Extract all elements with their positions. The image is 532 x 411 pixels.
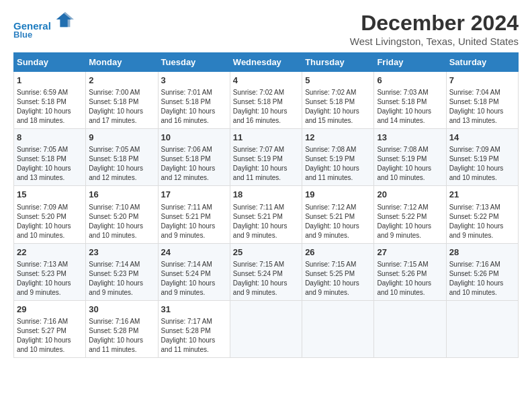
logo: General Blue [13,11,74,40]
sunset: Sunset: 5:28 PM [161,327,211,334]
calendar-cell: 25Sunrise: 7:15 AMSunset: 5:24 PMDayligh… [230,243,302,300]
calendar-cell: 9Sunrise: 7:05 AMSunset: 5:18 PMDaylight… [86,129,158,186]
col-sunday: Sunday [14,53,86,72]
day-number: 20 [377,189,443,201]
day-number: 12 [305,132,371,144]
col-friday: Friday [374,53,446,72]
calendar-cell: 12Sunrise: 7:08 AMSunset: 5:19 PMDayligh… [302,129,374,186]
sunset: Sunset: 5:18 PM [305,98,355,105]
sunset: Sunset: 5:23 PM [17,270,66,277]
col-thursday: Thursday [302,53,374,72]
sunset: Sunset: 5:18 PM [161,155,211,163]
day-number: 2 [89,75,154,87]
daylight-label: Daylight: 10 hours and 10 minutes. [89,222,143,239]
calendar-cell: 22Sunrise: 7:13 AMSunset: 5:23 PMDayligh… [14,243,86,300]
day-number: 19 [305,189,371,201]
daylight-label: Daylight: 10 hours and 16 minutes. [233,107,287,124]
day-number: 21 [449,189,515,201]
sunrise: Sunrise: 7:11 AM [161,203,212,211]
sunrise: Sunrise: 7:13 AM [17,261,68,268]
col-wednesday: Wednesday [230,53,302,72]
sunrise: Sunrise: 7:05 AM [89,146,140,153]
calendar-cell: 5Sunrise: 7:02 AMSunset: 5:18 PMDaylight… [302,72,374,129]
calendar-cell [374,300,446,357]
calendar-cell: 18Sunrise: 7:11 AMSunset: 5:21 PMDayligh… [230,186,302,243]
sunrise: Sunrise: 7:01 AM [161,89,212,96]
day-number: 31 [161,304,227,316]
calendar-cell: 19Sunrise: 7:12 AMSunset: 5:21 PMDayligh… [302,186,374,243]
calendar-cell: 21Sunrise: 7:13 AMSunset: 5:22 PMDayligh… [446,186,518,243]
day-number: 24 [161,246,227,259]
sunrise: Sunrise: 7:02 AM [305,89,356,96]
sunrise: Sunrise: 7:08 AM [377,146,428,153]
day-number: 18 [233,189,299,201]
daylight-label: Daylight: 10 hours and 9 minutes. [449,222,504,239]
day-number: 29 [17,304,83,316]
page-subtitle: West Livingston, Texas, United States [350,36,519,47]
sunrise: Sunrise: 7:16 AM [449,261,500,268]
sunrise: Sunrise: 7:08 AM [305,146,356,153]
sunrise: Sunrise: 7:05 AM [17,146,68,153]
calendar-week-row: 1Sunrise: 6:59 AMSunset: 5:18 PMDaylight… [14,72,519,129]
daylight-label: Daylight: 10 hours and 18 minutes. [17,107,71,124]
col-saturday: Saturday [446,53,518,72]
daylight-label: Daylight: 10 hours and 15 minutes. [305,107,359,124]
daylight-label: Daylight: 10 hours and 10 minutes. [17,222,71,239]
sunrise: Sunrise: 7:00 AM [89,89,140,96]
daylight-label: Daylight: 10 hours and 17 minutes. [89,107,143,124]
sunset: Sunset: 5:21 PM [305,213,355,220]
sunrise: Sunrise: 7:14 AM [161,261,212,268]
calendar-cell: 7Sunrise: 7:04 AMSunset: 5:18 PMDaylight… [446,72,518,129]
day-number: 1 [17,75,83,87]
day-number: 22 [17,246,83,259]
sunset: Sunset: 5:18 PM [161,98,211,105]
day-number: 6 [377,75,443,87]
calendar-week-row: 29Sunrise: 7:16 AMSunset: 5:27 PMDayligh… [14,300,519,357]
day-number: 26 [305,246,371,259]
day-number: 17 [161,189,227,201]
day-number: 14 [449,132,515,144]
col-tuesday: Tuesday [158,53,230,72]
sunrise: Sunrise: 7:11 AM [233,203,284,211]
calendar-cell: 27Sunrise: 7:15 AMSunset: 5:26 PMDayligh… [374,243,446,300]
calendar-week-row: 15Sunrise: 7:09 AMSunset: 5:20 PMDayligh… [14,186,519,243]
sunrise: Sunrise: 7:07 AM [233,146,284,153]
daylight-label: Daylight: 10 hours and 9 minutes. [89,279,143,296]
daylight-label: Daylight: 10 hours and 13 minutes. [449,107,504,124]
calendar-header-row: Sunday Monday Tuesday Wednesday Thursday… [14,53,519,72]
daylight-label: Daylight: 10 hours and 9 minutes. [161,222,216,239]
sunset: Sunset: 5:19 PM [305,155,355,163]
calendar-cell: 23Sunrise: 7:14 AMSunset: 5:23 PMDayligh… [86,243,158,300]
sunrise: Sunrise: 7:16 AM [89,318,140,325]
daylight-label: Daylight: 10 hours and 9 minutes. [377,222,431,239]
day-number: 7 [449,75,515,87]
sunset: Sunset: 5:18 PM [89,155,138,163]
day-number: 15 [17,189,83,201]
calendar-cell: 17Sunrise: 7:11 AMSunset: 5:21 PMDayligh… [158,186,230,243]
page-header: General Blue December 2024 West Livingst… [13,11,519,47]
sunset: Sunset: 5:26 PM [377,270,427,277]
calendar-table: Sunday Monday Tuesday Wednesday Thursday… [13,52,519,358]
sunset: Sunset: 5:28 PM [89,327,138,334]
calendar-cell: 30Sunrise: 7:16 AMSunset: 5:28 PMDayligh… [86,300,158,357]
day-number: 23 [89,246,154,259]
calendar-cell: 20Sunrise: 7:12 AMSunset: 5:22 PMDayligh… [374,186,446,243]
sunset: Sunset: 5:19 PM [233,155,283,163]
sunrise: Sunrise: 7:06 AM [161,146,212,153]
sunrise: Sunrise: 7:02 AM [233,89,284,96]
sunset: Sunset: 5:20 PM [17,213,66,220]
calendar-cell [446,300,518,357]
day-number: 13 [377,132,443,144]
sunrise: Sunrise: 7:03 AM [377,89,428,96]
day-number: 8 [17,132,83,144]
calendar-cell: 1Sunrise: 6:59 AMSunset: 5:18 PMDaylight… [14,72,86,129]
daylight-label: Daylight: 10 hours and 11 minutes. [161,336,216,353]
sunrise: Sunrise: 7:13 AM [449,203,500,211]
sunrise: Sunrise: 7:17 AM [161,318,212,325]
daylight-label: Daylight: 10 hours and 11 minutes. [233,165,287,181]
calendar-cell [302,300,374,357]
daylight-label: Daylight: 10 hours and 9 minutes. [305,222,359,239]
calendar-cell: 24Sunrise: 7:14 AMSunset: 5:24 PMDayligh… [158,243,230,300]
svg-marker-2 [56,12,74,27]
calendar-cell: 8Sunrise: 7:05 AMSunset: 5:18 PMDaylight… [14,129,86,186]
